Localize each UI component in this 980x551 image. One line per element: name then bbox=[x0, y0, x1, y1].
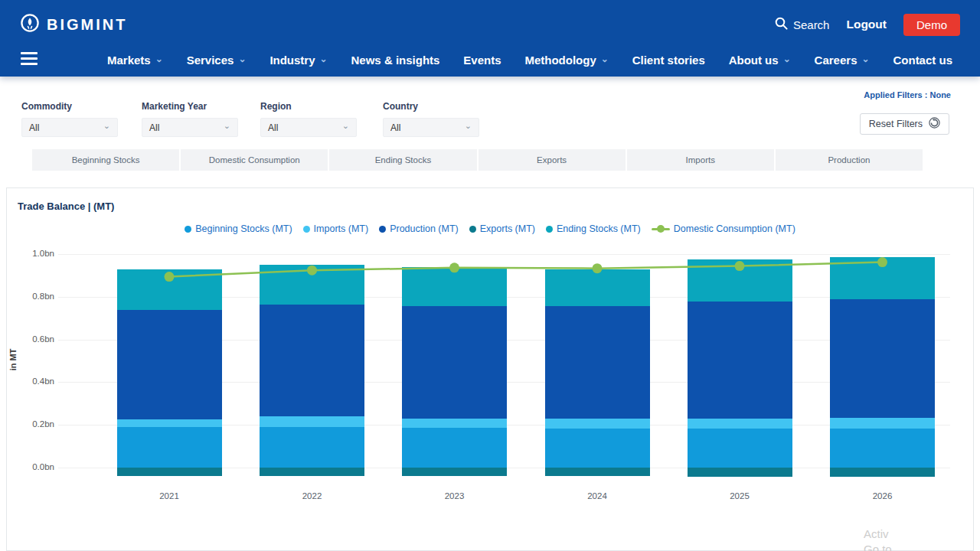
chevron-down-icon: ⌄ bbox=[465, 121, 472, 131]
metric-tabs: Beginning StocksDomestic ConsumptionEndi… bbox=[32, 149, 923, 171]
nav-item-label: Industry bbox=[270, 54, 315, 67]
nav-item-label: Events bbox=[463, 54, 501, 67]
filter-field-country: CountryAll⌄ bbox=[383, 101, 479, 137]
y-tick-label: 1.0bn bbox=[18, 249, 54, 258]
applied-filters-text: Applied Filters : None bbox=[864, 90, 951, 99]
reset-filters-label: Reset Filters bbox=[869, 119, 923, 129]
tab-ending-stocks[interactable]: Ending Stocks bbox=[329, 149, 476, 171]
header: BIGMINT Search Logout Demo Markets⌄Servi… bbox=[0, 0, 980, 77]
filter-label: Country bbox=[383, 101, 479, 112]
reset-filters-button[interactable]: Reset Filters bbox=[860, 113, 949, 135]
gridline bbox=[58, 254, 950, 255]
x-tick-label: 2023 bbox=[402, 491, 507, 500]
y-tick-label: 0.6bn bbox=[18, 334, 54, 344]
chevron-down-icon: ⌄ bbox=[320, 56, 328, 62]
tab-domestic-consumption[interactable]: Domestic Consumption bbox=[181, 149, 328, 171]
reset-icon bbox=[929, 117, 940, 131]
bar-segment-beginning-stocks-mt-2024 bbox=[545, 429, 650, 468]
chevron-down-icon: ⌄ bbox=[342, 121, 349, 131]
plot-area: 1.0bn0.8bn0.6bn0.4bn0.2bn0.0bn2021202220… bbox=[7, 188, 975, 551]
chevron-down-icon: ⌄ bbox=[155, 56, 163, 62]
y-tick-label: 0.4bn bbox=[18, 377, 54, 386]
bar-segment-exports-mt-2021 bbox=[117, 468, 222, 476]
bar-segment-imports-mt-2023 bbox=[402, 419, 507, 428]
y-axis-title: in MT bbox=[8, 349, 18, 371]
bar-segment-production-mt-2021 bbox=[117, 310, 222, 419]
tab-beginning-stocks[interactable]: Beginning Stocks bbox=[32, 149, 179, 171]
brand[interactable]: BIGMINT bbox=[20, 13, 127, 36]
nav-item-markets[interactable]: Markets⌄ bbox=[107, 54, 163, 67]
bar-segment-production-mt-2024 bbox=[545, 306, 650, 419]
filter-label: Marketing Year bbox=[142, 101, 238, 112]
bar-segment-beginning-stocks-mt-2023 bbox=[402, 428, 507, 468]
nav-item-services[interactable]: Services⌄ bbox=[187, 54, 247, 67]
x-tick-label: 2022 bbox=[260, 491, 364, 500]
filter-select-region[interactable]: All⌄ bbox=[260, 118, 357, 137]
bar-segment-production-mt-2026 bbox=[830, 299, 935, 418]
filter-select-commodity[interactable]: All⌄ bbox=[21, 118, 118, 137]
hamburger-menu-icon[interactable] bbox=[21, 52, 38, 68]
bar-segment-exports-mt-2026 bbox=[830, 468, 935, 477]
nav-item-label: Client stories bbox=[632, 54, 705, 67]
bar-segment-imports-mt-2025 bbox=[688, 419, 792, 429]
nav-item-label: Contact us bbox=[893, 54, 952, 67]
bar-segment-exports-mt-2022 bbox=[260, 468, 364, 476]
bar-segment-ending-stocks-mt-2023 bbox=[402, 267, 507, 306]
y-tick-label: 0.2bn bbox=[18, 419, 54, 429]
bar-segment-exports-mt-2025 bbox=[688, 468, 792, 477]
filter-select-marketing-year[interactable]: All⌄ bbox=[142, 118, 238, 137]
nav-item-about-us[interactable]: About us⌄ bbox=[729, 54, 791, 67]
bar-segment-imports-mt-2026 bbox=[830, 418, 935, 429]
y-tick-label: 0.8bn bbox=[18, 292, 54, 301]
bar-segment-production-mt-2023 bbox=[402, 306, 507, 419]
bar-segment-beginning-stocks-mt-2021 bbox=[117, 427, 222, 468]
tab-imports[interactable]: Imports bbox=[627, 149, 774, 171]
search-icon bbox=[775, 17, 788, 32]
bar-segment-exports-mt-2024 bbox=[545, 468, 650, 476]
nav-item-label: Methodology bbox=[524, 54, 596, 67]
bar-segment-imports-mt-2021 bbox=[117, 419, 222, 427]
nav-item-contact-us[interactable]: Contact us bbox=[893, 54, 952, 67]
x-tick-label: 2021 bbox=[117, 491, 222, 500]
nav-item-label: About us bbox=[729, 54, 779, 67]
filter-select-country[interactable]: All⌄ bbox=[383, 118, 479, 137]
brand-name: BIGMINT bbox=[47, 16, 127, 34]
filter-field-marketing-year: Marketing YearAll⌄ bbox=[142, 101, 238, 137]
demo-button[interactable]: Demo bbox=[903, 14, 960, 36]
nav-item-label: Careers bbox=[815, 54, 858, 67]
bar-segment-ending-stocks-mt-2025 bbox=[688, 259, 792, 302]
x-tick-label: 2026 bbox=[830, 491, 935, 500]
filter-label: Commodity bbox=[21, 101, 118, 112]
bar-segment-beginning-stocks-mt-2022 bbox=[260, 427, 364, 468]
search-label: Search bbox=[793, 18, 830, 31]
filter-field-commodity: CommodityAll⌄ bbox=[21, 101, 118, 137]
main-nav: Markets⌄Services⌄Industry⌄News & insight… bbox=[107, 54, 952, 67]
y-tick-label: 0.0bn bbox=[18, 462, 54, 471]
search-button[interactable]: Search bbox=[775, 17, 830, 32]
bar-segment-exports-mt-2023 bbox=[402, 468, 507, 476]
nav-item-methodology[interactable]: Methodology⌄ bbox=[524, 54, 608, 67]
page: BIGMINT Search Logout Demo Markets⌄Servi… bbox=[0, 0, 980, 551]
filter-label: Region bbox=[260, 101, 357, 112]
nav-item-client-stories[interactable]: Client stories bbox=[632, 54, 705, 67]
filter-bar: CommodityAll⌄Marketing YearAll⌄RegionAll… bbox=[0, 77, 980, 149]
bigmint-logo-icon bbox=[20, 13, 40, 36]
filter-value: All bbox=[149, 122, 159, 133]
nav-item-news-insights[interactable]: News & insights bbox=[351, 54, 440, 67]
tab-exports[interactable]: Exports bbox=[479, 149, 626, 171]
chevron-down-icon: ⌄ bbox=[783, 56, 791, 62]
nav-item-careers[interactable]: Careers⌄ bbox=[815, 54, 870, 67]
bar-segment-imports-mt-2022 bbox=[260, 416, 364, 427]
tab-production[interactable]: Production bbox=[776, 149, 923, 171]
trade-balance-card: Trade Balance | (MT) Beginning Stocks (M… bbox=[6, 187, 974, 551]
logout-button[interactable]: Logout bbox=[846, 18, 887, 31]
bar-segment-ending-stocks-mt-2024 bbox=[545, 269, 650, 306]
filter-value: All bbox=[29, 122, 39, 133]
nav-item-label: News & insights bbox=[351, 54, 440, 67]
chevron-down-icon: ⌄ bbox=[103, 121, 110, 131]
nav-item-label: Services bbox=[187, 54, 234, 67]
nav-item-events[interactable]: Events bbox=[463, 54, 501, 67]
bar-segment-beginning-stocks-mt-2025 bbox=[688, 429, 792, 468]
nav-item-industry[interactable]: Industry⌄ bbox=[270, 54, 327, 67]
header-actions: Search Logout Demo bbox=[775, 12, 960, 37]
